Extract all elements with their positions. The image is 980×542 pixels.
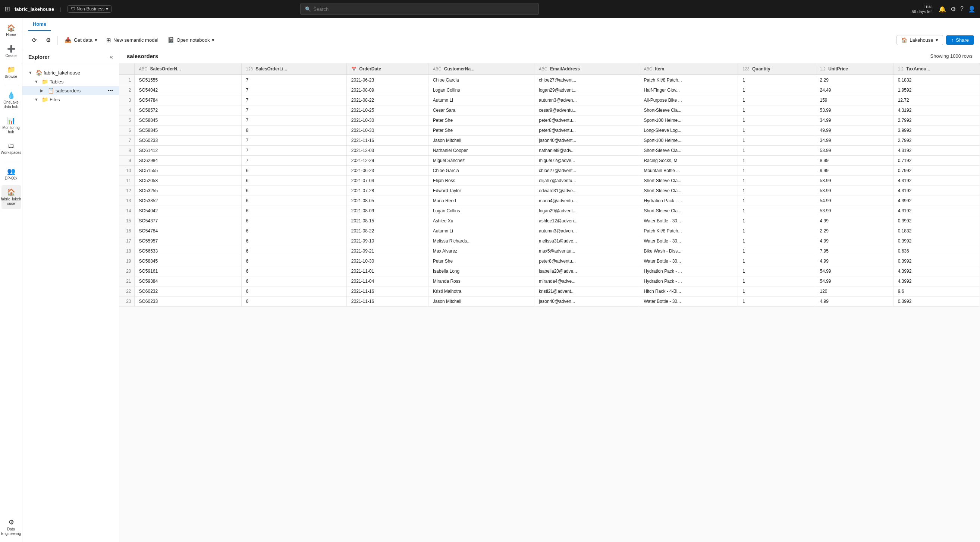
col-header-salesorderline[interactable]: 123 SalesOrderLi... [241, 63, 347, 75]
table-cell: 1 [738, 287, 815, 296]
lakehouse-button[interactable]: 🏠 Lakehouse [896, 35, 943, 45]
table-row[interactable]: 14SO5404262021-08-09Logan Collinslogan29… [119, 206, 980, 216]
table-row[interactable]: 1SO5155572021-06-23Chloe Garciachloe27@a… [119, 75, 980, 85]
settings-button[interactable]: ⚙ [42, 35, 54, 46]
tree-item-files[interactable]: ▼ 📁 Files [22, 95, 119, 104]
table-cell: Short-Sleeve Cla... [639, 186, 738, 196]
explorer-close-button[interactable]: « [110, 54, 113, 60]
row-number: 5 [119, 116, 134, 125]
col-header-emailaddress[interactable]: ABC EmailAddress [534, 63, 639, 75]
share-icon: ↑ [951, 37, 954, 43]
table-row[interactable]: 21SO5938462021-11-04Miranda Rossmiranda4… [119, 276, 980, 287]
table-row[interactable]: 13SO5385262021-08-05Maria Reedmaria4@adv… [119, 196, 980, 206]
table-row[interactable]: 4SO5857272021-10-25Cesar Saracesar9@adve… [119, 105, 980, 116]
sidebar-item-monitoring[interactable]: 📊 Monitoring hub [2, 114, 21, 138]
get-data-button[interactable]: 📥 Get data [61, 35, 101, 46]
table-cell: Short-Sleeve Cla... [639, 176, 738, 186]
table-cell: nathaniel9@adv... [534, 146, 639, 156]
tab-home[interactable]: Home [28, 18, 51, 31]
table-row[interactable]: 9SO6298472021-12-29Miguel Sanchezmiguel7… [119, 156, 980, 166]
table-cell: 6 [241, 276, 347, 287]
table-cell: 1 [738, 236, 815, 246]
table-cell: 3.9992 [893, 125, 980, 136]
profile-icon[interactable]: 👤 [968, 6, 975, 13]
topbar: ⊞ fabric_lakehouse | 🛡 Non-Business 🔍 Tr… [0, 0, 980, 18]
table-cell: miranda4@adve... [534, 276, 639, 287]
search-input[interactable] [313, 6, 534, 12]
table-row[interactable]: 8SO6141272021-12-03Nathaniel Coopernatha… [119, 146, 980, 156]
table-row[interactable]: 7SO6023372021-11-16Jason Mitchelljason40… [119, 136, 980, 146]
col-header-taxamount[interactable]: 1.2 TaxAmou... [893, 63, 980, 75]
refresh-button[interactable]: ⟳ [28, 35, 41, 46]
table-cell: 2021-08-22 [347, 226, 428, 236]
table-row[interactable]: 17SO5595762021-09-10Melissa Richards...m… [119, 236, 980, 246]
table-row[interactable]: 2SO5404272021-08-09Logan Collinslogan29@… [119, 85, 980, 95]
table-cell: Max Alvarez [428, 246, 534, 256]
table-row[interactable]: 22SO6023262021-11-16Kristi Malhotrakrist… [119, 287, 980, 296]
table-cell: 2021-08-05 [347, 196, 428, 206]
notifications-icon[interactable]: 🔔 [939, 6, 946, 13]
tree-item-tables[interactable]: ▼ 📁 Tables [22, 77, 119, 86]
table-cell: peter8@adventu... [534, 256, 639, 266]
table-cell: Chloe Garcia [428, 75, 534, 85]
table-row[interactable]: 5SO5884572021-10-30Peter Shepeter8@adven… [119, 116, 980, 125]
sidebar-item-dp60x[interactable]: 👥 DP-60x [2, 164, 21, 184]
sidebar-item-create[interactable]: ➕ Create [2, 42, 21, 61]
tree-item-salesorders[interactable]: ▶ 📋 salesorders ••• [22, 86, 119, 95]
sidebar-item-fabric-lakehouse[interactable]: 🏠 fabric_lakeh ouse [2, 185, 21, 209]
new-semantic-model-button[interactable]: ⊞ New semantic model [103, 35, 162, 46]
table-cell: SO58572 [134, 105, 241, 116]
sidebar-item-home[interactable]: 🏠 Home [2, 21, 21, 40]
table-row[interactable]: 12SO5325562021-07-28Edward Tayloredward3… [119, 186, 980, 196]
col-header-item[interactable]: ABC Item [639, 63, 738, 75]
col-header-quantity[interactable]: 123 Quantity [738, 63, 815, 75]
col-header-customername[interactable]: ABC CustomerNa... [428, 63, 534, 75]
table-cell: 53.99 [815, 176, 893, 186]
sidebar-item-workspaces[interactable]: 🗂 Workspaces [2, 139, 21, 158]
non-business-badge[interactable]: 🛡 Non-Business [67, 5, 112, 13]
salesorders-more-icon[interactable]: ••• [108, 88, 113, 94]
help-icon[interactable]: ? [960, 6, 964, 13]
root-lakehouse-icon: 🏠 [36, 70, 42, 76]
col-header-orderdate[interactable]: 📅 OrderDate [347, 63, 428, 75]
table-cell: 1 [738, 125, 815, 136]
table-row[interactable]: 16SO5478462021-08-22Autumn Liautumn3@adv… [119, 226, 980, 236]
table-row[interactable]: 23SO6023362021-11-16Jason Mitchelljason4… [119, 296, 980, 307]
table-row[interactable]: 3SO5478472021-08-22Autumn Liautumn3@adve… [119, 95, 980, 105]
table-cell: SO51555 [134, 75, 241, 85]
col-header-salesordernumber[interactable]: ABC SalesOrderN... [134, 63, 241, 75]
table-row[interactable]: 20SO5916162021-11-01Isabella Longisabell… [119, 266, 980, 276]
table-row[interactable]: 19SO5884562021-10-30Peter Shepeter8@adve… [119, 256, 980, 266]
table-row[interactable]: 18SO5653362021-09-21Max Alvarezmax5@adve… [119, 246, 980, 256]
row-number: 22 [119, 287, 134, 296]
table-cell: 53.99 [815, 105, 893, 116]
col-header-unitprice[interactable]: 1.2 UnitPrice [815, 63, 893, 75]
open-notebook-button[interactable]: 📓 Open notebook [164, 35, 218, 46]
share-button[interactable]: ↑ Share [946, 35, 974, 45]
sidebar-item-onelake[interactable]: 💧 OneLake data hub [2, 88, 21, 112]
main-layout: 🏠 Home ➕ Create 📁 Browse 💧 OneLake data … [0, 18, 980, 542]
table-cell: 6 [241, 256, 347, 266]
table-cell: logan29@advent... [534, 85, 639, 95]
table-cell: Kristi Malhotra [428, 287, 534, 296]
table-cell: 54.99 [815, 276, 893, 287]
table-row[interactable]: 10SO5155562021-06-23Chloe Garciachloe27@… [119, 166, 980, 176]
sidebar-item-data-engineering[interactable]: ⚙ Data Engineering [2, 515, 21, 539]
explorer-panel: Explorer « ▼ 🏠 fabric_lakehouse ▼ 📁 Tabl… [22, 49, 119, 542]
table-cell: SO60232 [134, 287, 241, 296]
table-cell: Sport-100 Helme... [639, 136, 738, 146]
table-container[interactable]: ABC SalesOrderN... 123 SalesOrderLi... 📅 [119, 63, 980, 542]
table-row[interactable]: 6SO5884582021-10-30Peter Shepeter8@adven… [119, 125, 980, 136]
table-row[interactable]: 11SO5205862021-07-04Elijah Rosselijah7@a… [119, 176, 980, 186]
table-row[interactable]: 15SO5437762021-08-15Ashlee Xuashlee12@ad… [119, 216, 980, 226]
settings-icon[interactable]: ⚙ [951, 6, 956, 13]
table-cell: 53.99 [815, 206, 893, 216]
tree-item-root[interactable]: ▼ 🏠 fabric_lakehouse [22, 68, 119, 77]
table-cell: 0.1832 [893, 226, 980, 236]
sidebar-item-browse[interactable]: 📁 Browse [2, 63, 21, 82]
search-bar[interactable]: 🔍 [300, 3, 539, 15]
row-number: 23 [119, 296, 134, 307]
grid-icon[interactable]: ⊞ [5, 5, 10, 13]
nav-divider [4, 85, 19, 85]
table-cell: 1 [738, 105, 815, 116]
